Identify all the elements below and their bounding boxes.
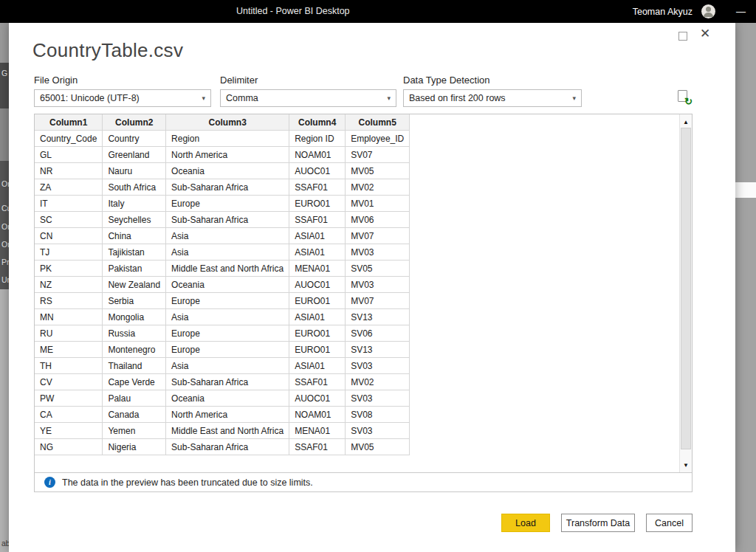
table-cell: YE [35, 423, 103, 439]
table-row: GLGreenlandNorth AmericaNOAM01SV07 [35, 147, 410, 163]
table-row: ITItalyEuropeEURO01MV01 [35, 196, 410, 212]
info-icon-glyph: i [49, 478, 51, 486]
table-cell: EURO01 [289, 325, 346, 342]
titlebar-right: Teoman Akyuz — [633, 0, 746, 23]
table-cell: SV05 [346, 261, 410, 277]
table-cell: MV02 [346, 374, 410, 390]
delimiter-dropdown[interactable]: Comma ▾ [220, 89, 396, 107]
column-header: Column5 [346, 114, 410, 131]
info-icon: i [44, 477, 55, 488]
table-cell: MV05 [346, 163, 410, 179]
table-cell: Serbia [103, 293, 166, 309]
table-row: CNChinaAsiaASIA01MV07 [35, 228, 410, 244]
file-origin-field: File Origin 65001: Unicode (UTF-8) ▾ [34, 75, 211, 107]
scrollbar-thumb[interactable] [681, 128, 691, 449]
preview-table-head-row: Column1Column2Column3Column4Column5 [35, 114, 410, 131]
data-type-detection-value: Based on first 200 rows [409, 93, 506, 103]
cancel-button[interactable]: Cancel [646, 514, 693, 532]
file-origin-label: File Origin [34, 75, 211, 86]
background-segment [0, 108, 9, 161]
table-row: CVCape VerdeSub-Saharan AfricaSSAF01MV02 [35, 374, 410, 390]
table-cell: SSAF01 [289, 179, 346, 196]
table-cell: GL [35, 147, 103, 163]
table-cell: MV03 [346, 277, 410, 293]
background-text-fragment: Pr [1, 258, 10, 266]
scroll-up-button[interactable]: ▲ [680, 116, 692, 128]
table-cell: ME [35, 342, 103, 358]
table-cell: North America [166, 147, 289, 163]
background-right-sliver [735, 23, 756, 552]
refresh-icon: ↻ [684, 96, 693, 107]
table-cell: EURO01 [289, 342, 346, 358]
file-origin-dropdown[interactable]: 65001: Unicode (UTF-8) ▾ [34, 89, 211, 107]
column-header: Column1 [35, 114, 103, 131]
table-cell: PK [35, 261, 103, 277]
table-cell: RU [35, 325, 103, 342]
titlebar: Untitled - Power BI Desktop Teoman Akyuz… [0, 0, 756, 23]
table-cell: Palau [103, 390, 166, 407]
table-cell: SV13 [346, 342, 410, 358]
table-row: PWPalauOceaniaAUOC01SV03 [35, 390, 410, 407]
table-cell: SV03 [346, 423, 410, 439]
table-cell: SV03 [346, 390, 410, 407]
maximize-button[interactable] [678, 32, 687, 41]
table-cell: MV07 [346, 228, 410, 244]
table-cell: MV03 [346, 244, 410, 261]
close-icon[interactable]: ✕ [700, 27, 710, 41]
table-cell: Asia [166, 228, 289, 244]
table-cell: Nauru [103, 163, 166, 179]
minimize-button[interactable]: — [736, 6, 746, 17]
table-cell: China [103, 228, 166, 244]
background-segment [0, 289, 9, 552]
load-button[interactable]: Load [501, 514, 550, 532]
table-cell: Italy [103, 196, 166, 212]
table-cell: MV02 [346, 179, 410, 196]
table-cell: ASIA01 [289, 228, 346, 244]
table-row: Country_CodeCountryRegionRegion IDEmploy… [35, 131, 410, 147]
table-cell: SV08 [346, 407, 410, 423]
table-row: MNMongoliaAsiaASIA01SV13 [35, 309, 410, 325]
delimiter-value: Comma [226, 93, 258, 103]
table-cell: Sub-Saharan Africa [166, 439, 289, 455]
table-row: YEYemenMiddle East and North AfricaMENA0… [35, 423, 410, 439]
table-cell: SV13 [346, 309, 410, 325]
table-cell: EURO01 [289, 293, 346, 309]
table-cell: MENA01 [289, 423, 346, 439]
table-cell: Seychelles [103, 212, 166, 228]
table-cell: NOAM01 [289, 147, 346, 163]
table-cell: MV01 [346, 196, 410, 212]
table-cell: Europe [166, 196, 289, 212]
table-cell: SV06 [346, 325, 410, 342]
table-row: CACanadaNorth AmericaNOAM01SV08 [35, 407, 410, 423]
table-cell: MV05 [346, 439, 410, 455]
table-cell: Sub-Saharan Africa [166, 212, 289, 228]
background-text-fragment: G [1, 69, 7, 77]
table-cell: Asia [166, 358, 289, 374]
table-cell: ASIA01 [289, 358, 346, 374]
table-cell: Sub-Saharan Africa [166, 374, 289, 390]
user-avatar[interactable] [701, 4, 715, 18]
data-preview-panel: Column1Column2Column3Column4Column5 Coun… [34, 114, 693, 492]
table-cell: Mongolia [103, 309, 166, 325]
table-row: NRNauruOceaniaAUOC01MV05 [35, 163, 410, 179]
column-header: Column4 [289, 114, 346, 131]
table-cell: SV07 [346, 147, 410, 163]
table-cell: ASIA01 [289, 309, 346, 325]
background-left-sliver: G Or Cu Or Or Pr Ur ab [0, 23, 9, 552]
scroll-down-button[interactable]: ▼ [680, 459, 692, 471]
table-cell: Employee_ID [346, 131, 410, 147]
table-cell: NR [35, 163, 103, 179]
transform-data-button[interactable]: Transform Data [561, 514, 635, 532]
chevron-down-icon: ▾ [572, 94, 576, 102]
table-cell: MENA01 [289, 261, 346, 277]
table-cell: Oceania [166, 277, 289, 293]
table-cell: PW [35, 390, 103, 407]
refresh-preview-button[interactable]: ↻ [676, 89, 693, 106]
table-cell: Sub-Saharan Africa [166, 179, 289, 196]
table-cell: AUOC01 [289, 277, 346, 293]
vertical-scrollbar[interactable]: ▲ ▼ [679, 114, 692, 472]
table-cell: NOAM01 [289, 407, 346, 423]
data-type-detection-dropdown[interactable]: Based on first 200 rows ▾ [403, 89, 582, 107]
table-cell: Region ID [289, 131, 346, 147]
truncation-notice-bar: i The data in the preview has been trunc… [35, 472, 692, 491]
